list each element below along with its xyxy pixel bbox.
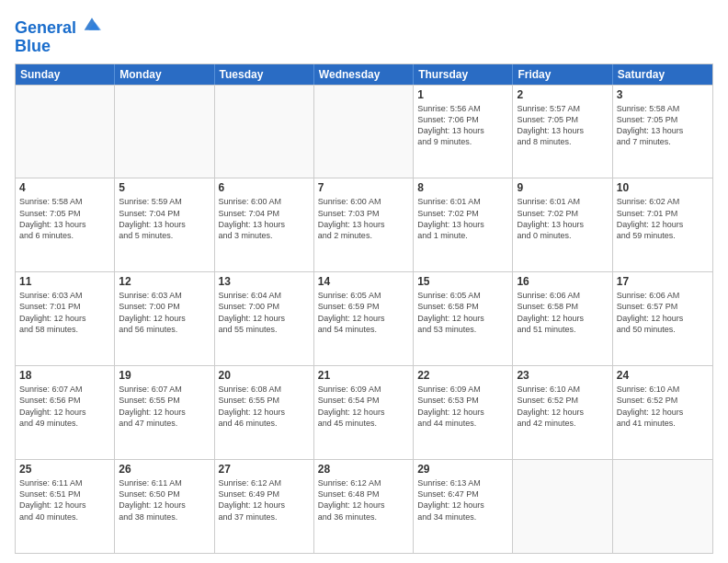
day-info: Sunrise: 5:56 AM Sunset: 7:06 PM Dayligh… xyxy=(417,103,508,148)
day-number: 17 xyxy=(617,275,709,288)
calendar-cell xyxy=(314,86,414,178)
day-number: 2 xyxy=(517,88,608,101)
calendar-body: 1Sunrise: 5:56 AM Sunset: 7:06 PM Daylig… xyxy=(16,85,712,553)
calendar-cell xyxy=(513,460,612,553)
calendar-cell: 7Sunrise: 6:00 AM Sunset: 7:03 PM Daylig… xyxy=(314,178,414,271)
logo-text: General xyxy=(15,15,101,38)
day-number: 26 xyxy=(119,463,210,476)
day-number: 4 xyxy=(19,181,110,194)
calendar-cell xyxy=(16,86,115,178)
calendar-cell: 20Sunrise: 6:08 AM Sunset: 6:55 PM Dayli… xyxy=(215,366,314,459)
day-number: 24 xyxy=(617,369,709,382)
day-number: 7 xyxy=(318,181,409,194)
calendar-cell: 8Sunrise: 6:01 AM Sunset: 7:02 PM Daylig… xyxy=(414,178,513,271)
day-number: 23 xyxy=(517,369,608,382)
day-info: Sunrise: 6:13 AM Sunset: 6:47 PM Dayligh… xyxy=(417,477,508,523)
logo-blue: Blue xyxy=(15,38,101,56)
day-number: 14 xyxy=(318,275,409,288)
day-info: Sunrise: 5:59 AM Sunset: 7:04 PM Dayligh… xyxy=(119,196,210,241)
calendar-cell: 26Sunrise: 6:11 AM Sunset: 6:50 PM Dayli… xyxy=(115,460,214,553)
weekday-header-sunday: Sunday xyxy=(16,64,115,85)
calendar-cell: 11Sunrise: 6:03 AM Sunset: 7:01 PM Dayli… xyxy=(16,272,115,365)
calendar-cell: 28Sunrise: 6:12 AM Sunset: 6:48 PM Dayli… xyxy=(314,460,414,553)
day-info: Sunrise: 6:03 AM Sunset: 7:01 PM Dayligh… xyxy=(19,290,110,335)
day-info: Sunrise: 6:09 AM Sunset: 6:54 PM Dayligh… xyxy=(318,384,409,429)
day-info: Sunrise: 6:10 AM Sunset: 6:52 PM Dayligh… xyxy=(517,384,608,429)
calendar-cell: 27Sunrise: 6:12 AM Sunset: 6:49 PM Dayli… xyxy=(215,460,314,553)
calendar-cell: 23Sunrise: 6:10 AM Sunset: 6:52 PM Dayli… xyxy=(513,366,612,459)
calendar-cell: 17Sunrise: 6:06 AM Sunset: 6:57 PM Dayli… xyxy=(613,272,712,365)
calendar-cell: 12Sunrise: 6:03 AM Sunset: 7:00 PM Dayli… xyxy=(115,272,214,365)
calendar-cell: 6Sunrise: 6:00 AM Sunset: 7:04 PM Daylig… xyxy=(215,178,314,271)
calendar-cell: 21Sunrise: 6:09 AM Sunset: 6:54 PM Dayli… xyxy=(314,366,414,459)
calendar-cell: 1Sunrise: 5:56 AM Sunset: 7:06 PM Daylig… xyxy=(414,86,513,178)
day-number: 5 xyxy=(119,181,210,194)
calendar: SundayMondayTuesdayWednesdayThursdayFrid… xyxy=(15,63,713,554)
day-number: 28 xyxy=(318,463,409,476)
calendar-header-row: SundayMondayTuesdayWednesdayThursdayFrid… xyxy=(16,64,712,85)
day-number: 22 xyxy=(417,369,508,382)
weekday-header-thursday: Thursday xyxy=(414,64,513,85)
day-info: Sunrise: 6:09 AM Sunset: 6:53 PM Dayligh… xyxy=(417,384,508,429)
calendar-cell: 14Sunrise: 6:05 AM Sunset: 6:59 PM Dayli… xyxy=(314,272,414,365)
weekday-header-wednesday: Wednesday xyxy=(314,64,414,85)
day-info: Sunrise: 6:05 AM Sunset: 6:58 PM Dayligh… xyxy=(417,290,508,335)
weekday-header-monday: Monday xyxy=(115,64,214,85)
logo-icon xyxy=(83,15,101,33)
day-number: 12 xyxy=(119,275,210,288)
weekday-header-saturday: Saturday xyxy=(613,64,712,85)
logo-general: General xyxy=(15,18,76,37)
day-info: Sunrise: 6:12 AM Sunset: 6:48 PM Dayligh… xyxy=(318,477,409,523)
day-info: Sunrise: 6:06 AM Sunset: 6:58 PM Dayligh… xyxy=(517,290,608,335)
calendar-cell: 16Sunrise: 6:06 AM Sunset: 6:58 PM Dayli… xyxy=(513,272,612,365)
day-number: 20 xyxy=(219,369,310,382)
day-number: 13 xyxy=(219,275,310,288)
day-info: Sunrise: 6:04 AM Sunset: 7:00 PM Dayligh… xyxy=(219,290,310,335)
calendar-cell: 13Sunrise: 6:04 AM Sunset: 7:00 PM Dayli… xyxy=(215,272,314,365)
day-info: Sunrise: 6:06 AM Sunset: 6:57 PM Dayligh… xyxy=(617,290,709,335)
day-number: 3 xyxy=(617,88,709,101)
day-number: 19 xyxy=(119,369,210,382)
day-info: Sunrise: 6:07 AM Sunset: 6:55 PM Dayligh… xyxy=(119,384,210,429)
calendar-row-3: 18Sunrise: 6:07 AM Sunset: 6:56 PM Dayli… xyxy=(16,365,712,459)
day-info: Sunrise: 6:01 AM Sunset: 7:02 PM Dayligh… xyxy=(517,196,608,241)
day-number: 8 xyxy=(417,181,508,194)
calendar-row-4: 25Sunrise: 6:11 AM Sunset: 6:51 PM Dayli… xyxy=(16,459,712,553)
day-info: Sunrise: 6:11 AM Sunset: 6:50 PM Dayligh… xyxy=(119,477,210,523)
day-info: Sunrise: 6:01 AM Sunset: 7:02 PM Dayligh… xyxy=(417,196,508,241)
weekday-header-friday: Friday xyxy=(513,64,612,85)
calendar-cell: 9Sunrise: 6:01 AM Sunset: 7:02 PM Daylig… xyxy=(513,178,612,271)
calendar-cell xyxy=(613,460,712,553)
calendar-row-0: 1Sunrise: 5:56 AM Sunset: 7:06 PM Daylig… xyxy=(16,85,712,178)
calendar-cell xyxy=(115,86,214,178)
day-number: 25 xyxy=(19,463,110,476)
day-number: 21 xyxy=(318,369,409,382)
day-info: Sunrise: 6:02 AM Sunset: 7:01 PM Dayligh… xyxy=(617,196,709,241)
day-info: Sunrise: 6:00 AM Sunset: 7:03 PM Dayligh… xyxy=(318,196,409,241)
calendar-cell: 18Sunrise: 6:07 AM Sunset: 6:56 PM Dayli… xyxy=(16,366,115,459)
calendar-cell: 3Sunrise: 5:58 AM Sunset: 7:05 PM Daylig… xyxy=(613,86,712,178)
day-info: Sunrise: 6:10 AM Sunset: 6:52 PM Dayligh… xyxy=(617,384,709,429)
calendar-cell: 29Sunrise: 6:13 AM Sunset: 6:47 PM Dayli… xyxy=(414,460,513,553)
day-info: Sunrise: 6:03 AM Sunset: 7:00 PM Dayligh… xyxy=(119,290,210,335)
calendar-cell: 25Sunrise: 6:11 AM Sunset: 6:51 PM Dayli… xyxy=(16,460,115,553)
day-info: Sunrise: 5:57 AM Sunset: 7:05 PM Dayligh… xyxy=(517,103,608,148)
page: General Blue SundayMondayTuesdayWednesda… xyxy=(0,0,728,563)
day-number: 18 xyxy=(19,369,110,382)
day-info: Sunrise: 6:11 AM Sunset: 6:51 PM Dayligh… xyxy=(19,477,110,523)
calendar-row-1: 4Sunrise: 5:58 AM Sunset: 7:05 PM Daylig… xyxy=(16,178,712,271)
day-info: Sunrise: 5:58 AM Sunset: 7:05 PM Dayligh… xyxy=(19,196,110,241)
calendar-cell: 24Sunrise: 6:10 AM Sunset: 6:52 PM Dayli… xyxy=(613,366,712,459)
calendar-cell: 10Sunrise: 6:02 AM Sunset: 7:01 PM Dayli… xyxy=(613,178,712,271)
day-info: Sunrise: 6:07 AM Sunset: 6:56 PM Dayligh… xyxy=(19,384,110,429)
calendar-cell xyxy=(215,86,314,178)
day-info: Sunrise: 6:00 AM Sunset: 7:04 PM Dayligh… xyxy=(219,196,310,241)
day-info: Sunrise: 6:12 AM Sunset: 6:49 PM Dayligh… xyxy=(219,477,310,523)
header: General Blue xyxy=(15,15,713,56)
calendar-cell: 19Sunrise: 6:07 AM Sunset: 6:55 PM Dayli… xyxy=(115,366,214,459)
calendar-row-2: 11Sunrise: 6:03 AM Sunset: 7:01 PM Dayli… xyxy=(16,271,712,365)
calendar-cell: 4Sunrise: 5:58 AM Sunset: 7:05 PM Daylig… xyxy=(16,178,115,271)
day-info: Sunrise: 6:08 AM Sunset: 6:55 PM Dayligh… xyxy=(219,384,310,429)
calendar-cell: 5Sunrise: 5:59 AM Sunset: 7:04 PM Daylig… xyxy=(115,178,214,271)
logo: General Blue xyxy=(15,15,101,56)
